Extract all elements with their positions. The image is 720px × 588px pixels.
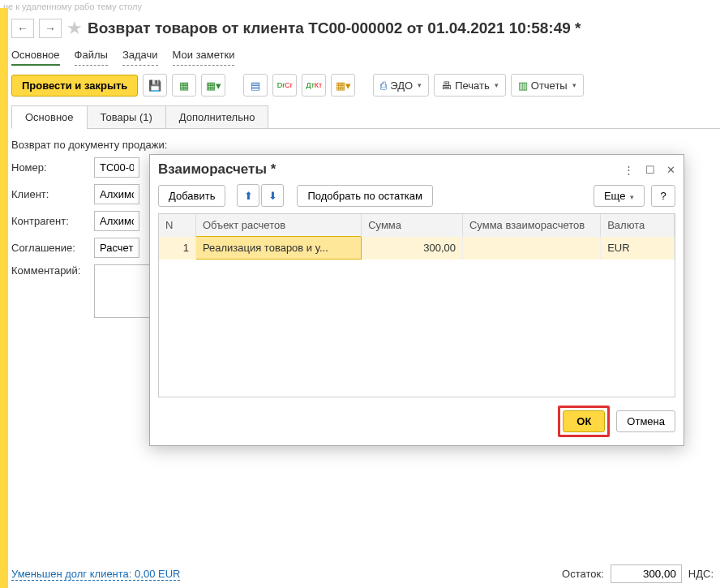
create-based-icon[interactable]: ▦▾	[201, 74, 225, 97]
save-icon[interactable]: 💾	[143, 74, 167, 97]
dialog-maximize-icon[interactable]: ☐	[645, 164, 655, 176]
ostatok-label: Остаток:	[562, 568, 604, 580]
dialog-help-button[interactable]: ?	[651, 185, 675, 207]
toolbar-icon-1[interactable]: ▤	[243, 74, 268, 97]
contractor-input[interactable]	[94, 211, 139, 231]
nav-forward-button[interactable]: →	[39, 19, 62, 38]
window-caption-faded: не к удаленному рабо тему столу	[0, 0, 720, 13]
table-row[interactable]: 1 Реализация товаров и у... 300,00 EUR	[159, 237, 675, 260]
favorite-star-icon[interactable]: ★	[66, 18, 83, 39]
move-down-icon[interactable]: ⬇	[261, 184, 284, 207]
number-input[interactable]	[94, 157, 139, 178]
reports-dropdown[interactable]: ▥ Отчеты▾	[511, 74, 584, 97]
main-toolbar: Провести и закрыть 💾 ▦ ▦▾ ▤ DrCr ДтКт ▦▾…	[11, 74, 720, 105]
client-debt-link[interactable]: Уменьшен долг клиента: 0,00 EUR	[11, 568, 180, 581]
yellow-side-strip	[0, 8, 8, 588]
ok-highlight-box: ОК	[558, 406, 610, 437]
post-icon[interactable]: ▦	[172, 74, 196, 97]
dialog-more-icon[interactable]: ⋮	[624, 164, 634, 176]
ostatok-value[interactable]	[611, 564, 682, 583]
col-currency[interactable]: Валюта	[601, 214, 675, 237]
toolbar-icon-4[interactable]: ▦▾	[331, 74, 355, 97]
cell-currency[interactable]: EUR	[601, 237, 675, 260]
ok-button[interactable]: ОК	[563, 410, 605, 432]
agreement-label: Соглашение:	[11, 242, 94, 254]
dialog-title: Взаиморасчеты *	[158, 161, 276, 178]
move-up-icon[interactable]: ⬆	[237, 184, 259, 207]
tab-main[interactable]: Основное	[11, 105, 88, 129]
col-settlement-sum[interactable]: Сумма взаиморасчетов	[462, 214, 600, 237]
print-dropdown[interactable]: 🖶 Печать▾	[434, 74, 506, 97]
settlements-table: N Объект расчетов Сумма Сумма взаиморасч…	[158, 213, 675, 397]
link-tasks[interactable]: Задачи	[122, 49, 158, 66]
col-n[interactable]: N	[159, 214, 195, 237]
cell-sum[interactable]: 300,00	[362, 237, 463, 260]
settlements-dialog: Взаиморасчеты * ⋮ ☐ ✕ Добавить ⬆ ⬇ Подоб…	[149, 154, 684, 446]
agreement-input[interactable]	[94, 238, 139, 258]
cell-object[interactable]: Реализация товаров и у...	[195, 237, 361, 260]
col-object[interactable]: Объект расчетов	[195, 214, 361, 237]
dialog-add-button[interactable]: Добавить	[158, 185, 225, 207]
client-label: Клиент:	[11, 188, 94, 200]
number-label: Номер:	[11, 161, 94, 174]
cancel-button[interactable]: Отмена	[616, 410, 675, 432]
edo-dropdown[interactable]: ⎙ ЭДО▾	[373, 74, 429, 97]
col-sum[interactable]: Сумма	[362, 214, 463, 237]
post-and-close-button[interactable]: Провести и закрыть	[11, 75, 138, 97]
dialog-close-icon[interactable]: ✕	[666, 164, 675, 176]
contractor-label: Контрагент:	[11, 215, 94, 227]
link-notes[interactable]: Мои заметки	[173, 49, 235, 66]
tab-extra[interactable]: Дополнительно	[165, 105, 269, 129]
dialog-more-button[interactable]: Еще ▾	[594, 185, 645, 207]
comment-label: Комментарий:	[11, 264, 94, 277]
dt-kt-icon[interactable]: ДтКт	[302, 74, 326, 97]
cell-n: 1	[159, 237, 195, 260]
document-tabs: Основное Товары (1) Дополнительно	[11, 105, 720, 129]
link-osnov[interactable]: Основное	[11, 49, 60, 66]
nds-label: НДС:	[688, 568, 714, 580]
page-title: Возврат товаров от клиента TC00-000002 о…	[88, 19, 581, 37]
client-input[interactable]	[94, 184, 139, 204]
dr-cr-icon[interactable]: DrCr	[272, 74, 297, 97]
section-links: Основное Файлы Задачи Мои заметки	[11, 45, 720, 74]
tab-goods[interactable]: Товары (1)	[87, 105, 166, 129]
return-by-doc-label: Возврат по документу продажи:	[11, 139, 720, 151]
cell-settlement-sum[interactable]	[462, 237, 600, 260]
pick-by-balance-button[interactable]: Подобрать по остаткам	[297, 185, 433, 207]
nav-back-button[interactable]: ←	[11, 19, 34, 38]
link-files[interactable]: Файлы	[75, 49, 108, 66]
